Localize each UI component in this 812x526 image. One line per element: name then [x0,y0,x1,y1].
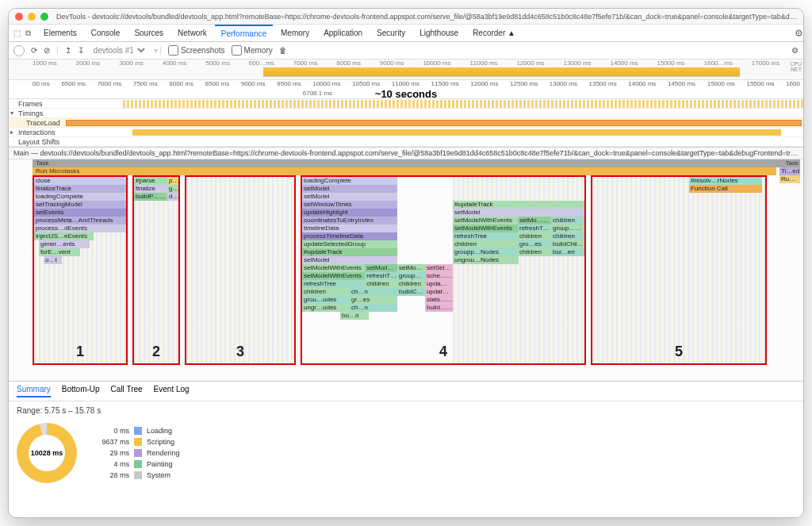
tab-console[interactable]: Console [85,25,127,40]
flame-task-bar[interactable] [33,159,800,167]
flame-frame[interactable]: gro…es [518,240,551,248]
tab-security[interactable]: Security [370,25,412,40]
panel-settings-icon[interactable]: ⚙ [791,46,799,55]
flame-frame[interactable]: children [397,280,425,288]
flame-frame[interactable]: setModel [302,193,397,201]
flame-frame[interactable]: group…Nodes [551,225,584,232]
flame-frame[interactable]: updat…tats [425,288,453,296]
flame-frame[interactable]: processMeta…AndThreads [34,217,126,225]
flame-frame[interactable]: buildChildren [397,288,425,296]
flame-frame[interactable]: children [302,288,350,296]
screenshots-toggle[interactable]: Screenshots [168,45,225,56]
flame-frame[interactable]: sche…dow [425,272,453,280]
flame-frame[interactable]: children [551,232,584,240]
flame-frame[interactable]: setModelWithEvents [302,272,365,280]
time-ruler[interactable]: 00 ms6500 ms7000 ms 7500 ms8000 ms8500 m… [9,80,803,99]
tab-recorder[interactable]: Recorder ▲ [466,25,522,40]
flame-frame[interactable]: buildChildren [551,240,584,248]
flame-frame[interactable]: children [518,248,551,256]
flame-frame[interactable]: stats…ange [425,296,453,304]
flame-frame[interactable]: finalize [134,185,167,193]
flame-frame[interactable]: upda…dow [425,280,453,288]
flame-frame[interactable]: bu…n [340,312,369,320]
tab-network[interactable]: Network [171,25,213,40]
flame-frame[interactable]: o…t [44,256,62,264]
flame-frame[interactable]: #updateTrack [453,201,584,209]
flame-frame[interactable]: p… [167,177,178,185]
flame-frame[interactable]: processTimelineData [302,232,397,240]
tab-elements[interactable]: Elements [37,25,83,40]
flame-frame[interactable]: groupp…Nodes [453,248,518,256]
tab-event-log[interactable]: Event Log [154,385,190,397]
track-timings[interactable]: Timings [9,109,803,118]
flame-frame[interactable]: #resolv…rNodes [689,177,762,185]
flame-frame[interactable]: finalizeTrace [34,185,126,193]
flame-frame[interactable]: #updateTrack [302,248,397,256]
flame-frame[interactable]: ungr…odes [302,304,350,312]
flame-frame[interactable]: timelineData [302,225,397,232]
record-button[interactable] [13,45,25,56]
flame-chart[interactable]: Task Task Run Microtasks Ti…ed Ru…ks clo… [9,159,803,382]
flame-frame[interactable]: children [365,280,397,288]
flame-frame[interactable]: setModelWithEvents [453,217,518,225]
tab-call-tree[interactable]: Call Tree [111,385,143,397]
timing-traceload[interactable]: TraceLoad [9,118,803,128]
flame-frame[interactable]: ch…n [350,288,397,296]
inspect-icon[interactable]: ⬚ [13,29,21,38]
tab-sources[interactable]: Sources [128,25,170,40]
session-select[interactable]: devtools #1 [90,45,147,56]
tab-memory[interactable]: Memory [274,25,316,40]
settings-icon[interactable]: ⚙ [795,28,803,39]
maximize-icon[interactable] [40,13,48,21]
flame-frame[interactable]: Ti…ed [779,167,800,175]
tab-application[interactable]: Application [317,25,369,40]
flame-frame[interactable]: children [518,232,551,240]
flame-microtasks-bar[interactable] [33,167,776,175]
flame-frame[interactable]: d… [167,193,178,201]
flame-frame[interactable]: setEvents [34,209,126,217]
flame-frame[interactable]: build…eded [425,304,453,312]
flame-frame[interactable]: loadingComplete [302,177,397,185]
flame-frame[interactable]: setModel [302,185,397,193]
main-thread-header[interactable]: Main — devtools://devtools/bundled/devto… [9,147,803,159]
flame-frame[interactable]: injectJS…eEvents [34,232,94,240]
flame-frame[interactable]: setMo…vents [518,217,551,225]
flame-frame[interactable]: setTracingModel [34,201,126,209]
clear-button[interactable]: ⊘ [44,46,50,55]
tab-summary[interactable]: Summary [17,385,51,397]
flame-frame[interactable]: setWindowTimes [302,201,397,209]
flame-frame[interactable]: g… [167,185,178,193]
flame-frame[interactable]: bui…en [551,248,584,256]
flame-frame[interactable]: buildP…Calls [134,193,167,201]
flame-frame[interactable]: loadingComplete [34,193,126,201]
tab-bottom-up[interactable]: Bottom-Up [62,385,100,397]
flame-frame[interactable]: updateSelectedGroup [302,240,397,248]
trash-icon[interactable]: 🗑 [279,46,287,55]
upload-icon[interactable]: ↥ [65,46,71,55]
flame-frame[interactable]: grou…odes [302,296,350,304]
device-toggle-icon[interactable]: ⧉ [25,29,31,38]
flame-frame[interactable]: group…Nodes [397,272,425,280]
download-icon[interactable]: ↧ [78,46,84,55]
flame-frame[interactable]: setModelWithEvents [302,264,365,272]
flame-frame[interactable]: ungrou…Nodes [453,256,519,264]
flame-frame[interactable]: gener…ents [39,240,90,248]
close-icon[interactable] [15,13,23,21]
flame-frame[interactable]: refreshTree [365,272,397,280]
flame-frame[interactable]: updateHighlight [302,209,397,217]
overview-strip[interactable]: 1000 ms2000 ms3000 ms 4000 ms5000 ms600…… [9,60,803,80]
track-layout-shifts[interactable]: Layout Shifts [9,137,803,147]
tab-performance[interactable]: Performance [215,25,273,41]
flame-frame[interactable]: refreshTree [302,280,365,288]
flame-frame[interactable]: setModel [302,256,397,264]
flame-frame[interactable]: forE…vent [39,248,80,256]
flame-frame[interactable]: children [453,240,518,248]
track-interactions[interactable]: Interactions [9,128,803,137]
reload-button[interactable]: ⟳ [31,46,37,55]
flame-frame[interactable]: setSelection [425,264,453,272]
track-frames[interactable]: Frames [9,99,803,109]
flame-frame[interactable]: setModel [453,209,584,217]
flame-frame[interactable]: coordinatesToEntryIndex [302,217,397,225]
tab-lighthouse[interactable]: Lighthouse [413,25,465,40]
flame-frame[interactable]: process…dEvents [34,225,126,232]
